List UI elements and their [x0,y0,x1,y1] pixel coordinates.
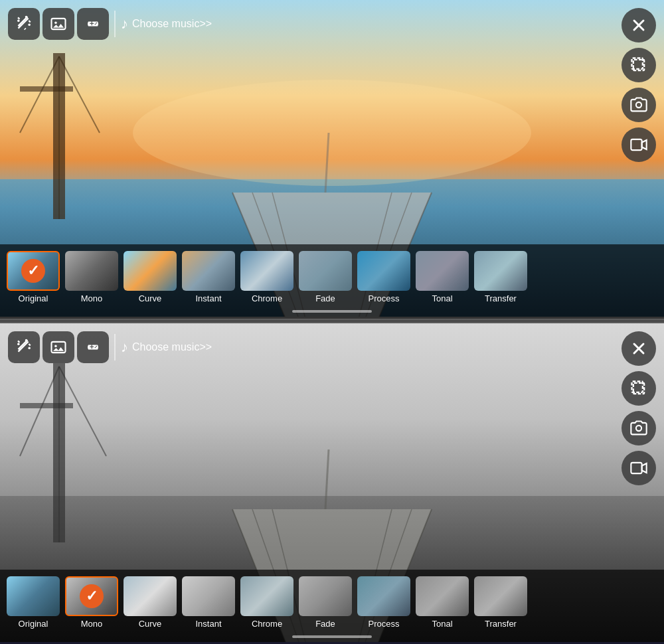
filter-label-transfer: Transfer [485,619,517,629]
camera-button-bottom[interactable] [622,411,656,445]
filter-label-fade: Fade [315,293,335,303]
close-icon-bottom [629,339,648,358]
game-icon-bottom [84,338,102,357]
bottom-right-sidebar [622,331,656,485]
filter-tonal[interactable]: Tonal [416,576,469,629]
filter-label-curve: Curve [139,293,162,303]
svg-point-18 [28,23,31,25]
toolbar-divider-bottom [114,334,116,361]
filter-chrome[interactable]: Chrome [240,251,293,303]
svg-point-42 [28,347,31,349]
scroll-indicator-top [292,310,372,313]
filter-label-instant: Instant [195,619,221,629]
magic-wand-icon-bottom [15,338,33,357]
camera-icon-bottom [629,419,648,438]
magic-wand-button[interactable] [8,8,40,40]
filter-mono[interactable]: Mono [65,251,118,303]
filter-process[interactable]: Process [357,251,410,303]
camera-button-top[interactable] [622,88,656,122]
filter-strip-top: ✓OriginalMonoCurveInstantChromeFadeProce… [0,244,664,317]
close-button-top[interactable] [622,8,656,42]
filter-fade[interactable]: Fade [299,576,352,629]
filter-original[interactable]: Original [7,576,60,629]
filter-label-process: Process [369,619,400,629]
filter-label-chrome: Chrome [252,293,282,303]
filter-label-original: Original [19,619,48,629]
svg-point-44 [54,345,57,348]
filter-label-tonal: Tonal [432,619,452,629]
gallery-icon [49,15,68,33]
filter-label-mono: Mono [81,293,103,303]
filter-fade[interactable]: Fade [299,251,352,303]
video-icon [629,135,648,154]
svg-point-20 [54,22,57,25]
svg-point-41 [25,339,28,342]
filter-label-instant: Instant [195,293,221,303]
gallery-icon-bottom [49,338,68,357]
filter-label-tonal: Tonal [432,293,452,303]
filter-tonal[interactable]: Tonal [416,251,469,303]
game-button[interactable] [77,8,109,40]
crop-button-bottom[interactable] [622,371,656,406]
svg-point-47 [636,426,641,431]
gallery-button[interactable] [42,8,74,40]
filter-label-chrome: Chrome [252,619,282,629]
music-icon: ♪ [121,15,128,33]
filter-transfer[interactable]: Transfer [474,251,527,303]
crop-icon-bottom [629,379,648,398]
scroll-indicator-bottom [292,635,372,638]
game-button-bottom[interactable] [77,331,109,363]
top-panel: ♪ Choose music>> [0,0,664,319]
music-label: Choose music>> [132,18,212,30]
gallery-button-bottom[interactable] [42,331,74,363]
video-button-bottom[interactable] [622,451,656,485]
magic-wand-icon [15,15,33,33]
music-icon-bottom: ♪ [121,339,128,356]
filter-process[interactable]: Process [357,576,410,629]
filter-instant[interactable]: Instant [182,251,235,303]
filter-curve[interactable]: Curve [124,576,177,629]
svg-point-16 [17,20,20,22]
filter-mono[interactable]: ✓Mono [65,576,118,629]
filter-label-process: Process [369,293,400,303]
music-button-bottom[interactable]: ♪ Choose music>> [121,339,212,356]
panel-separator [0,319,664,323]
music-label-bottom: Choose music>> [132,341,212,353]
top-right-sidebar [622,8,656,162]
filter-instant[interactable]: Instant [182,576,235,629]
magic-wand-button-bottom[interactable] [8,331,40,363]
svg-point-40 [17,343,20,346]
svg-rect-24 [631,139,641,150]
game-icon [84,15,102,33]
close-button-bottom[interactable] [622,331,656,366]
bottom-panel: ♪ Choose music>> [0,323,664,642]
crop-icon [629,56,648,74]
filter-label-original: Original [19,293,48,303]
camera-icon [629,96,648,114]
filter-label-fade: Fade [315,619,335,629]
filter-chrome[interactable]: Chrome [240,576,293,629]
video-button-top[interactable] [622,127,656,162]
svg-rect-48 [631,463,641,473]
filter-curve[interactable]: Curve [124,251,177,303]
toolbar-divider [114,11,116,37]
svg-point-23 [636,102,641,108]
music-button[interactable]: ♪ Choose music>> [121,15,212,33]
filter-label-transfer: Transfer [485,293,517,303]
video-icon-bottom [629,459,648,477]
crop-button-top[interactable] [622,48,656,82]
filter-scroll-top: ✓OriginalMonoCurveInstantChromeFadeProce… [7,251,657,303]
filter-label-curve: Curve [139,619,162,629]
top-toolbar: ♪ Choose music>> [8,8,212,40]
filter-strip-bottom: Original✓MonoCurveInstantChromeFadeProce… [0,570,664,642]
filter-scroll-bottom: Original✓MonoCurveInstantChromeFadeProce… [7,576,657,629]
svg-point-17 [25,16,28,19]
filter-label-mono: Mono [81,619,103,629]
filter-original[interactable]: ✓Original [7,251,60,303]
bottom-toolbar: ♪ Choose music>> [8,331,212,363]
close-icon [629,16,648,35]
filter-transfer[interactable]: Transfer [474,576,527,629]
